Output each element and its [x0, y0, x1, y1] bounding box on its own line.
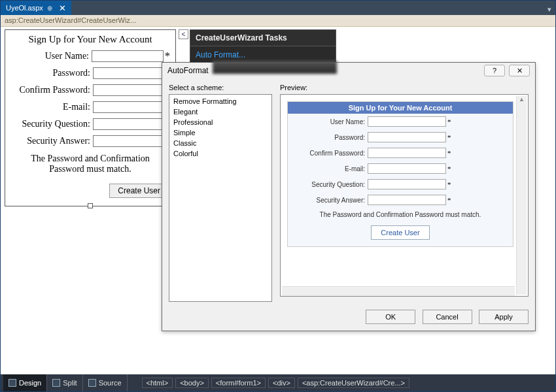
chevron-left-icon: <: [182, 31, 186, 38]
design-view-icon: [9, 379, 16, 387]
wizard-header: Sign Up for Your New Account: [5, 30, 175, 48]
smart-tag-toggle[interactable]: <: [179, 29, 188, 39]
input-confirm[interactable]: [93, 84, 165, 96]
preview-vert-scrollbar[interactable]: ▲: [516, 96, 527, 295]
create-user-button[interactable]: Create User: [109, 184, 169, 198]
pv-ast: *: [447, 196, 451, 204]
label-answer: Security Answer:: [10, 136, 90, 146]
cancel-button[interactable]: Cancel: [423, 310, 472, 324]
pin-icon[interactable]: ⊕: [47, 5, 52, 12]
pv-ast: *: [447, 149, 451, 157]
ok-button[interactable]: OK: [366, 310, 415, 324]
wizard-message: The Password and Confirmation Password m…: [5, 150, 175, 178]
input-question[interactable]: [93, 118, 165, 130]
pv-input-email: [368, 163, 446, 174]
pv-label-question: Security Question:: [292, 181, 365, 188]
label-confirm: Confirm Password:: [10, 85, 90, 95]
preview-pane: Sign Up for Your New Account User Name:*…: [280, 94, 529, 297]
scheme-item-professional[interactable]: Professional: [169, 117, 271, 127]
pv-input-confirm: [368, 148, 446, 158]
label-question: Security Question:: [10, 119, 90, 129]
scheme-list-label: Select a scheme:: [169, 84, 272, 91]
label-username: User Name:: [10, 51, 89, 61]
pv-ast: *: [447, 118, 451, 125]
input-answer[interactable]: [93, 135, 165, 147]
close-tab-icon[interactable]: ✕: [59, 3, 66, 13]
redacted-strip: [213, 61, 337, 74]
label-password: Password:: [10, 68, 90, 78]
split-view-icon: [52, 379, 60, 387]
scroll-up-icon[interactable]: ▲: [517, 96, 527, 106]
preview-horiz-scrollbar[interactable]: [282, 286, 515, 297]
tag-path-wizard[interactable]: <asp:CreateUserWizard#Cre...>: [298, 378, 409, 388]
pv-input-answer: [368, 195, 446, 205]
pv-label-answer: Security Answer:: [292, 197, 365, 204]
view-source-label: Source: [99, 379, 122, 387]
preview-header: Sign Up for Your New Account: [288, 102, 513, 114]
scheme-item-colorful[interactable]: Colorful: [169, 148, 271, 159]
dialog-button-row: OK Cancel Apply: [162, 306, 535, 331]
input-email[interactable]: [93, 101, 165, 113]
pv-label-confirm: Confirm Password:: [292, 150, 365, 157]
pv-input-password: [368, 132, 446, 142]
pv-ast: *: [447, 180, 451, 188]
tag-path-html[interactable]: <html>: [142, 378, 173, 388]
autoformat-dialog: AutoFormat ? ✕ Select a scheme: Remove F…: [162, 62, 536, 331]
pv-label-password: Password:: [292, 134, 365, 141]
preview-label: Preview:: [280, 84, 529, 91]
document-tab-strip: UyeOl.aspx ⊕ ✕ ▾: [1, 1, 555, 15]
dialog-help-button[interactable]: ?: [484, 65, 505, 76]
pv-input-username: [368, 116, 446, 127]
dialog-title-text: AutoFormat: [167, 66, 209, 75]
tag-path-body[interactable]: <body>: [175, 378, 209, 388]
view-split-tab[interactable]: Split: [47, 374, 82, 391]
required-asterisk: *: [165, 50, 170, 62]
view-split-label: Split: [63, 379, 77, 387]
preview-create-user-button: Create User: [371, 225, 429, 240]
apply-button[interactable]: Apply: [479, 310, 529, 324]
input-password[interactable]: [93, 67, 165, 79]
design-surface[interactable]: Sign Up for Your New Account User Name: …: [1, 27, 555, 374]
scheme-item-remove[interactable]: Remove Formatting: [169, 96, 271, 106]
tab-dropdown-icon[interactable]: ▾: [544, 4, 555, 15]
dialog-close-button[interactable]: ✕: [509, 65, 530, 76]
statusbar: Design Split Source <html> <body> <form#…: [1, 374, 555, 391]
scheme-item-simple[interactable]: Simple: [169, 127, 271, 138]
view-design-tab[interactable]: Design: [3, 374, 46, 391]
document-tab-filename: UyeOl.aspx: [6, 4, 43, 12]
scheme-item-elegant[interactable]: Elegant: [169, 106, 271, 117]
tasks-panel-title: CreateUserWizard Tasks: [190, 30, 336, 46]
preview-wizard: Sign Up for Your New Account User Name:*…: [287, 101, 513, 247]
create-user-wizard-control[interactable]: Sign Up for Your New Account User Name: …: [5, 29, 176, 206]
input-username[interactable]: [92, 50, 164, 62]
pv-ast: *: [447, 165, 451, 172]
pv-label-username: User Name:: [292, 118, 365, 125]
tag-path-div[interactable]: <div>: [268, 378, 295, 388]
scheme-list[interactable]: Remove Formatting Elegant Professional S…: [169, 94, 272, 302]
pv-input-question: [368, 179, 446, 189]
pv-label-email: E-mail:: [292, 165, 365, 172]
scheme-item-classic[interactable]: Classic: [169, 138, 271, 148]
label-email: E-mail:: [10, 102, 90, 112]
view-design-label: Design: [19, 379, 41, 387]
preview-message: The Password and Confirmation Password m…: [288, 208, 513, 221]
document-tab[interactable]: UyeOl.aspx ⊕ ✕: [1, 1, 71, 15]
source-view-icon: [88, 379, 96, 387]
tag-path-form[interactable]: <form#form1>: [211, 378, 266, 388]
control-breadcrumb[interactable]: asp:CreateUserWizard#CreateUserWiz...: [1, 15, 555, 27]
pv-ast: *: [447, 133, 451, 141]
view-source-tab[interactable]: Source: [83, 374, 127, 391]
